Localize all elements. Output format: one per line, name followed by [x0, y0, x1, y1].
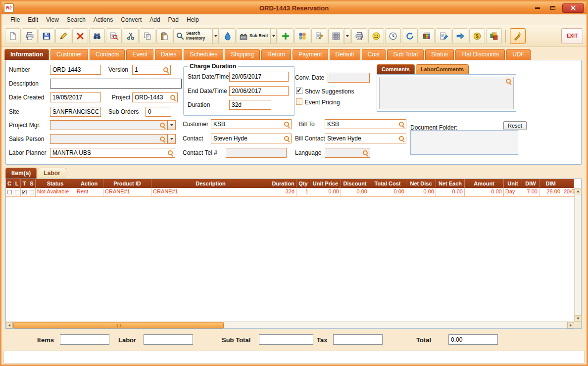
group-button[interactable]: [294, 28, 310, 44]
sub-rent-dropdown[interactable]: [270, 28, 277, 44]
tab-information[interactable]: Information: [4, 49, 49, 60]
scroll-left-button[interactable]: [6, 322, 13, 328]
column-header-diw[interactable]: DIW: [522, 179, 539, 188]
new-document-button[interactable]: [5, 28, 21, 44]
menu-pad[interactable]: Pad: [164, 15, 183, 24]
history-button[interactable]: [402, 28, 418, 44]
tab-contacts[interactable]: Contacts: [90, 49, 125, 60]
row-checkbox-cell-t[interactable]: [21, 188, 28, 196]
tab-return[interactable]: Return: [261, 49, 291, 60]
clock-button[interactable]: [385, 28, 401, 44]
tab-payment[interactable]: Payment: [293, 49, 328, 60]
column-header-discount[interactable]: Discount: [341, 179, 369, 188]
total-field[interactable]: [448, 334, 498, 345]
menu-help[interactable]: Help: [183, 15, 203, 24]
sales-person-field[interactable]: [51, 136, 159, 142]
grid-button[interactable]: [328, 28, 344, 44]
horizontal-scrollbar[interactable]: [6, 321, 574, 328]
exit-button[interactable]: EXIT: [561, 28, 583, 44]
money-button[interactable]: $: [469, 28, 485, 44]
tab-laborcomments[interactable]: LaborComments: [416, 64, 469, 74]
magnifier-icon[interactable]: [284, 136, 290, 142]
menu-add[interactable]: Add: [146, 15, 164, 24]
tab-status[interactable]: Status: [425, 49, 454, 60]
scroll-up-button[interactable]: [575, 188, 582, 194]
edit-pencil-button[interactable]: [55, 28, 71, 44]
tab-shipping[interactable]: Shipping: [225, 49, 260, 60]
column-header-unit[interactable]: Unit: [504, 179, 522, 188]
tab-labor[interactable]: Labor: [38, 168, 66, 179]
labor-total-field[interactable]: [144, 334, 193, 345]
menu-actions[interactable]: Actions: [90, 15, 117, 24]
project-field[interactable]: [134, 94, 170, 101]
bill-contact-field[interactable]: [326, 135, 398, 142]
scroll-right-button[interactable]: [567, 322, 574, 328]
maximize-button[interactable]: [547, 3, 559, 13]
tab-event[interactable]: Event: [126, 49, 153, 60]
tab-cost[interactable]: Cost: [362, 49, 386, 60]
close-button[interactable]: [562, 3, 584, 13]
labor-planner-field[interactable]: [51, 149, 167, 156]
customer-field[interactable]: [212, 121, 284, 128]
end-date-field[interactable]: [229, 86, 289, 96]
duration-field[interactable]: [229, 100, 271, 110]
bill-to-field[interactable]: [326, 121, 398, 128]
column-header-total-cost[interactable]: Total Cost: [369, 179, 406, 188]
magnifier-icon[interactable]: [170, 94, 176, 101]
magnifier-icon[interactable]: [159, 136, 166, 142]
grid-dropdown[interactable]: [344, 28, 350, 44]
table-row[interactable]: Not AvailableRentCRANE#1CRANE#132d10.000…: [6, 188, 574, 197]
row-checkbox-cell-s[interactable]: [28, 188, 36, 196]
menu-search[interactable]: Search: [63, 15, 90, 24]
column-header-net-each[interactable]: Net Each: [436, 179, 465, 188]
site-field[interactable]: [50, 107, 101, 117]
wand-button[interactable]: [510, 28, 526, 44]
smiley-button[interactable]: [368, 28, 384, 44]
reset-button[interactable]: Reset: [503, 121, 527, 130]
menu-convert[interactable]: Convert: [117, 15, 146, 24]
column-header-l[interactable]: L: [13, 179, 21, 188]
column-header-c[interactable]: C: [6, 179, 13, 188]
tax-field[interactable]: [333, 334, 383, 345]
number-field[interactable]: [50, 65, 101, 75]
column-header-dim[interactable]: DIM: [539, 179, 562, 188]
magnifier-icon[interactable]: [167, 150, 174, 156]
binoculars-button[interactable]: [89, 28, 105, 44]
print-button[interactable]: [22, 28, 38, 44]
copy-button[interactable]: [140, 28, 155, 44]
magnifier-icon[interactable]: [159, 122, 166, 129]
tab-item-s[interactable]: Item(s): [5, 168, 37, 179]
column-header-t[interactable]: T: [21, 179, 28, 188]
magnifier-icon[interactable]: [398, 121, 405, 128]
column-header-action[interactable]: Action: [75, 179, 103, 188]
search-inventory-button[interactable]: Search Inventory: [173, 28, 212, 44]
column-header-amount[interactable]: Amount: [465, 179, 504, 188]
contact-field[interactable]: [212, 135, 284, 142]
column-header-unit-price[interactable]: Unit Price: [310, 179, 341, 188]
tab-flat-discounts[interactable]: Flat Discounts: [455, 49, 505, 60]
horizontal-scroll-thumb[interactable]: [13, 322, 224, 328]
delete-button[interactable]: [72, 28, 88, 44]
sub-orders-field[interactable]: [146, 107, 171, 117]
project-mgr-field[interactable]: [51, 122, 159, 129]
scroll-down-button[interactable]: [575, 315, 582, 321]
tab-dates[interactable]: Dates: [155, 49, 182, 60]
tab-udf[interactable]: UDF: [506, 49, 531, 60]
add-button[interactable]: [278, 28, 294, 44]
show-suggestions-checkbox[interactable]: [296, 88, 302, 94]
cut-button[interactable]: [123, 28, 139, 44]
contact-tel-field[interactable]: [226, 148, 287, 158]
column-header-status[interactable]: Status: [36, 179, 75, 188]
column-header-product-id[interactable]: Product ID: [103, 179, 151, 188]
version-field[interactable]: [134, 66, 163, 73]
export-button[interactable]: [452, 28, 468, 44]
language-field[interactable]: [326, 149, 362, 156]
package-button[interactable]: [486, 28, 502, 44]
find-replace-button[interactable]: [106, 28, 122, 44]
column-header-s[interactable]: S: [28, 179, 36, 188]
conv-date-field[interactable]: [328, 73, 370, 83]
menu-file[interactable]: File: [6, 15, 24, 24]
event-pricing-checkbox[interactable]: [296, 98, 302, 105]
save-button[interactable]: [39, 28, 54, 44]
column-header-net-disc[interactable]: Net Disc: [406, 179, 436, 188]
